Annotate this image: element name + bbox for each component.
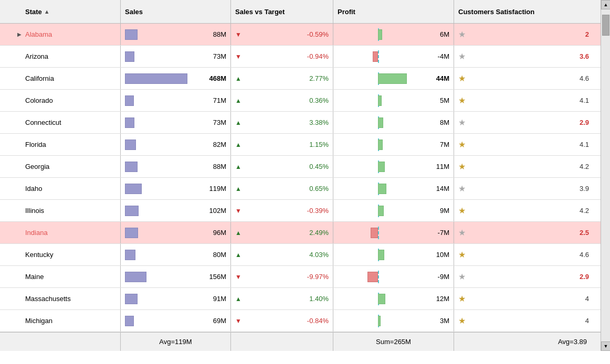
table-row[interactable]: Arizona73M▼-0.94%-4M★3.6 (0, 46, 601, 68)
state-cell: Kentucky (0, 244, 121, 265)
profit-value: 10M (420, 251, 449, 259)
arrow-up-icon: ▲ (235, 229, 241, 237)
col-header-profit[interactable]: Profit (333, 0, 454, 23)
profit-cell: 5M (333, 90, 454, 111)
table-row[interactable]: Connecticut73M▲3.38%8M★2.9 (0, 112, 601, 134)
sales-bar (125, 95, 134, 106)
state-cell: Michigan (0, 310, 121, 331)
sales-bar (125, 316, 134, 326)
sales-value: 468M (197, 74, 226, 82)
sales-bar-container (125, 116, 194, 129)
table-row[interactable]: Maine156M▼-9.97%-9M★2.9 (0, 266, 601, 288)
arrow-up-icon: ▲ (235, 141, 241, 148)
profit-value: 11M (420, 163, 449, 170)
csat-value: 4 (469, 317, 589, 325)
profit-value: 14M (420, 185, 449, 192)
svt-cell: ▼-0.39% (231, 200, 333, 221)
profit-bar-area (338, 116, 418, 129)
table-row[interactable]: Massachusetts91M▲1.40%12M★4 (0, 288, 601, 310)
star-gold-icon: ★ (458, 162, 466, 172)
arrow-down-icon: ▼ (235, 273, 241, 281)
csat-cell: ★3.6 (454, 46, 593, 67)
sales-bar-container (125, 160, 194, 173)
sales-bar-container (125, 271, 194, 283)
table-row[interactable]: Illinois102M▼-0.39%9M★4.2 (0, 200, 601, 222)
profit-value: -7M (420, 229, 449, 237)
sales-cell: 91M (121, 288, 231, 309)
table-row[interactable]: Idaho119M▲0.65%14M★3.9 (0, 178, 601, 200)
sales-bar (125, 29, 138, 40)
sales-bar (125, 140, 136, 150)
state-name: California (25, 74, 54, 82)
sales-bar-container (125, 205, 194, 217)
data-table: State ▲ Sales Sales vs Target Profit Cus… (0, 0, 601, 351)
state-name: Massachusetts (25, 295, 71, 303)
scroll-down-button[interactable]: ▼ (601, 341, 610, 351)
table-row[interactable]: California468M▲2.77%44M★4.6 (0, 68, 601, 90)
csat-value: 2 (469, 30, 589, 38)
sales-cell: 73M (121, 112, 231, 133)
sales-bar (125, 184, 142, 194)
star-gold-icon: ★ (458, 95, 466, 105)
sales-cell: 96M (121, 222, 231, 243)
scrollbar[interactable]: ▲ ▼ (601, 0, 610, 351)
star-gray-icon: ★ (458, 29, 466, 39)
table-body: ▶Alabama88M▼-0.59%6M★2Arizona73M▼-0.94%-… (0, 24, 601, 332)
scroll-up-button[interactable]: ▲ (601, 0, 610, 9)
arrow-down-icon: ▼ (235, 207, 241, 215)
svt-cell: ▲2.77% (231, 68, 333, 89)
csat-value: 4.1 (469, 141, 589, 148)
state-cell: Idaho (0, 178, 121, 199)
profit-value: 44M (420, 74, 449, 82)
profit-cell: 9M (333, 200, 454, 221)
profit-value: 6M (420, 30, 449, 38)
svt-value: 0.45% (245, 163, 329, 170)
table-row[interactable]: Indiana96M▲2.49%-7M★2.5 (0, 222, 601, 244)
scroll-track[interactable] (601, 9, 610, 341)
csat-cell: ★4.2 (454, 156, 593, 177)
table-row[interactable]: ▶Alabama88M▼-0.59%6M★2 (0, 24, 601, 46)
sort-arrow-icon[interactable]: ▲ (44, 8, 50, 15)
csat-value: 2.5 (469, 229, 589, 237)
footer-profit-cell: Sum=265M (333, 333, 454, 351)
sales-bar (125, 51, 134, 62)
col-header-state[interactable]: State ▲ (0, 0, 121, 23)
sales-value: 156M (197, 273, 226, 281)
sales-value: 73M (197, 52, 226, 60)
arrow-up-icon: ▲ (235, 163, 241, 170)
profit-cell: 10M (333, 244, 454, 265)
arrow-up-icon: ▲ (235, 251, 241, 259)
star-gold-icon: ★ (458, 140, 466, 149)
profit-bar-negative (373, 51, 378, 62)
sales-cell: 119M (121, 178, 231, 199)
col-header-csat[interactable]: Customers Satisfaction (454, 0, 593, 23)
csat-cell: ★4.6 (454, 244, 593, 265)
table-row[interactable]: Florida82M▲1.15%7M★4.1 (0, 134, 601, 156)
profit-value: 7M (420, 141, 449, 148)
table-row[interactable]: Kentucky80M▲4.03%10M★4.6 (0, 244, 601, 266)
star-gray-icon: ★ (458, 117, 466, 127)
sales-bar-container (125, 72, 194, 85)
profit-cell: 44M (333, 68, 454, 89)
profit-cell: -9M (333, 266, 454, 287)
profit-bar-positive (378, 184, 386, 194)
profit-bar-area (338, 227, 418, 239)
scroll-thumb[interactable] (602, 15, 609, 36)
state-name: Indiana (25, 229, 48, 237)
profit-bar-positive (378, 73, 407, 84)
profit-cell: 14M (333, 178, 454, 199)
profit-bar-positive (378, 95, 382, 106)
table-row[interactable]: Colorado71M▲0.36%5M★4.1 (0, 90, 601, 112)
table-row[interactable]: Michigan69M▼-0.84%3M★4 (0, 310, 601, 332)
col-header-sales[interactable]: Sales (121, 0, 231, 23)
svt-header-label: Sales vs Target (235, 8, 285, 16)
col-header-svt[interactable]: Sales vs Target (231, 0, 333, 23)
csat-cell: ★2 (454, 24, 593, 45)
svt-value: -0.94% (245, 52, 329, 60)
csat-value: 4.2 (469, 207, 589, 215)
table-row[interactable]: Georgia88M▲0.45%11M★4.2 (0, 156, 601, 178)
sales-value: 119M (197, 185, 226, 192)
csat-value: 2.9 (469, 119, 589, 126)
csat-cell: ★2.9 (454, 266, 593, 287)
svt-cell: ▲4.03% (231, 244, 333, 265)
